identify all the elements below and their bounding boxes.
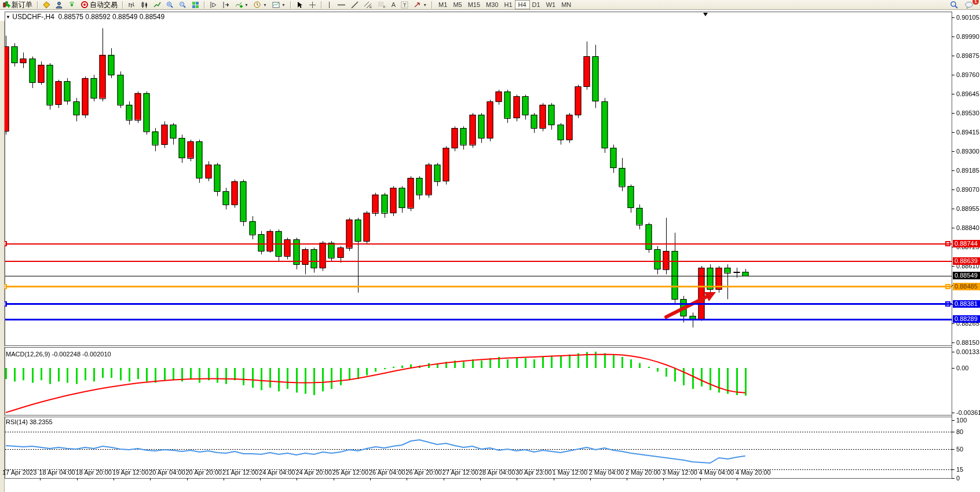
rsi-axis-tick: 15 (956, 466, 963, 473)
text-tool-button[interactable]: A (390, 1, 397, 9)
timeframe-switcher: M1M5M15M30H1H4D1W1MN (436, 1, 574, 9)
timeframe-button-M30[interactable]: M30 (483, 1, 501, 9)
vertical-line-tool-button[interactable] (325, 1, 334, 9)
window-left-border (0, 21, 5, 492)
bar-chart-mode-button[interactable] (126, 1, 137, 9)
price-axis-tick: 0.89645 (956, 90, 979, 97)
new-order-label: 新订单 (12, 1, 32, 9)
horizontal-line-0.88485[interactable] (5, 286, 952, 287)
new-order-icon (3, 1, 10, 9)
line-chart-mode-button[interactable] (152, 1, 163, 9)
candlestick-mode-button[interactable] (139, 1, 150, 9)
time-axis-label: 1 May 12:00 (553, 469, 588, 476)
rsi-axis-tick: 0 (956, 475, 960, 482)
timeframe-button-M5[interactable]: M5 (450, 1, 465, 9)
price-tag-0.88289: 0.88289 (953, 315, 980, 323)
price-axis-tick: 0.89990 (956, 33, 979, 40)
chart-region: ▼ USDCHF-,H4 0.88575 0.88592 0.88549 0.8… (0, 10, 980, 492)
indicators-button[interactable]: ▼ (233, 1, 250, 9)
horizontal-line-0.88639[interactable] (5, 261, 952, 262)
periods-button[interactable]: ▼ (252, 1, 269, 9)
price-axis-tick: 0.88840 (956, 224, 979, 231)
time-axis-label: 4 May 04:00 (699, 469, 734, 476)
chart-shift-button[interactable] (221, 1, 232, 9)
time-axis-label: 24 Apr 04:00 (259, 469, 295, 476)
notifications-button[interactable]: 1 (963, 1, 975, 9)
horizontal-line-0.88549[interactable] (5, 276, 952, 276)
templates-button[interactable]: ▼ (270, 1, 287, 9)
svg-text:F: F (383, 5, 386, 9)
time-axis-label: 24 Apr 20:00 (295, 469, 331, 476)
timeframe-button-M1[interactable]: M1 (436, 1, 450, 9)
separator (204, 1, 205, 9)
timeframe-button-M15[interactable]: M15 (465, 1, 483, 9)
alerts-button[interactable] (67, 1, 78, 9)
price-axis-tick: 0.90105 (956, 14, 979, 21)
rsi-axis-tick: 100 (956, 417, 967, 424)
horizontal-line-0.88289[interactable] (5, 319, 952, 320)
price-tag-0.88381: 0.88381 (953, 300, 980, 308)
separator (37, 1, 38, 9)
time-axis-label: 2 May 20:00 (626, 469, 661, 476)
time-axis-label: 28 Apr 04:00 (479, 469, 515, 476)
rsi-axis-tick: 50 (956, 446, 963, 453)
time-axis-label: 20 Apr 04:00 (149, 469, 185, 476)
macd-axis-tick: 0.00 (956, 365, 968, 371)
price-axis-tick: 0.89185 (956, 167, 979, 174)
separator (122, 1, 123, 9)
price-tag-0.88639: 0.88639 (953, 257, 980, 265)
time-axis-label: 18 Apr 04:00 (39, 469, 75, 476)
price-axis-tick: 0.88150 (956, 339, 979, 346)
auto-trading-label: 自动交易 (90, 1, 118, 9)
price-axis-tick: 0.89300 (956, 148, 979, 155)
time-axis-label: 19 Apr 12:00 (112, 469, 148, 476)
quote-ohlc-label: 0.88575 0.88592 0.88549 0.88549 (58, 13, 165, 21)
timeframe-button-D1[interactable]: D1 (529, 1, 543, 9)
symbol-dropdown-icon[interactable]: ▼ (6, 14, 10, 20)
price-axis-tick: 0.89070 (956, 186, 979, 193)
fibonacci-tool-button[interactable]: F (376, 1, 388, 9)
time-axis-label: 2 May 04:00 (589, 469, 624, 476)
arrows-tool-button[interactable]: ▼ (412, 1, 429, 9)
auto-trading-icon (81, 1, 89, 9)
price-chart-canvas[interactable] (0, 10, 980, 492)
cursor-tool-button[interactable] (294, 1, 305, 9)
text-label-tool-button[interactable]: T (399, 1, 410, 9)
price-axis-tick: 0.89530 (956, 110, 979, 116)
time-axis-label: 26 Apr 20:00 (405, 469, 441, 476)
svg-text:E: E (370, 5, 372, 9)
chart-properties-button[interactable] (41, 1, 52, 9)
horizontal-line-0.88381[interactable] (5, 303, 952, 305)
timeframe-button-H4[interactable]: H4 (515, 1, 529, 9)
profile-button[interactable] (54, 1, 65, 9)
chevron-down-icon: ▼ (263, 3, 267, 7)
timeframe-button-W1[interactable]: W1 (543, 1, 559, 9)
price-tag-0.88549: 0.88549 (953, 272, 980, 279)
auto-trading-button[interactable]: 自动交易 (79, 1, 119, 9)
timeframe-button-MN[interactable]: MN (558, 1, 574, 9)
search-button[interactable] (948, 1, 960, 9)
crosshair-tool-button[interactable] (307, 1, 318, 9)
auto-scroll-button[interactable] (208, 1, 219, 9)
price-axis-tick: 0.89415 (956, 129, 979, 136)
horizontal-line-tool-button[interactable] (335, 1, 348, 9)
zoom-in-button[interactable] (164, 1, 175, 9)
time-axis-label: 18 Apr 20:00 (76, 469, 112, 476)
separator (290, 1, 291, 9)
tile-windows-button[interactable] (190, 1, 201, 9)
equidistant-channel-tool-button[interactable]: E (362, 1, 374, 9)
horizontal-line-0.88744[interactable] (5, 243, 952, 245)
timeframe-button-H1[interactable]: H1 (501, 1, 515, 9)
price-tag-0.88485: 0.88485 (953, 283, 980, 290)
price-axis-tick: 0.89875 (956, 52, 979, 59)
time-axis-label: 20 Apr 20:00 (186, 469, 222, 476)
time-axis-label: 21 Apr 12:00 (222, 469, 258, 476)
time-axis-label: 27 Apr 12:00 (443, 469, 478, 476)
zoom-out-button[interactable] (177, 1, 188, 9)
chevron-down-icon: ▼ (244, 3, 248, 7)
trendline-tool-button[interactable] (349, 1, 360, 9)
new-order-button[interactable]: 新订单 (1, 1, 34, 9)
time-axis-label: 26 Apr 04:00 (369, 469, 405, 476)
chevron-down-icon: ▼ (281, 3, 286, 7)
separator (432, 1, 433, 9)
